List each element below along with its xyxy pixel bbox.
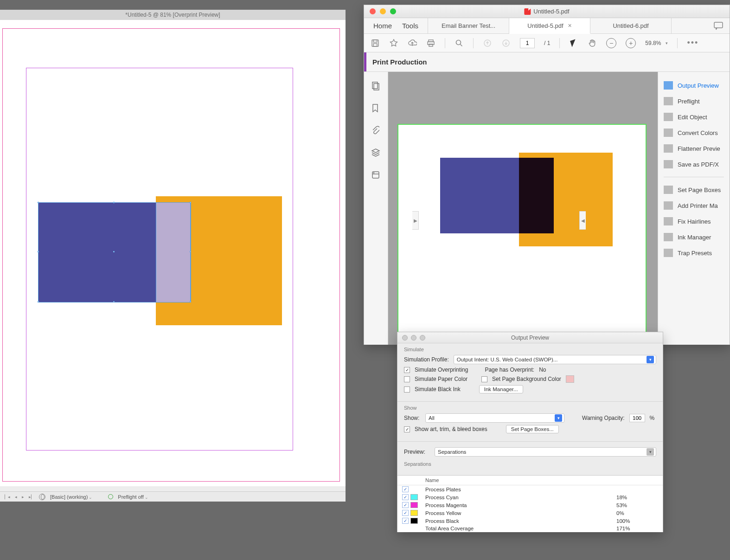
thumbnails-icon[interactable] xyxy=(371,81,381,91)
layers-icon[interactable] xyxy=(371,148,381,158)
panel-title: Output Preview xyxy=(511,335,549,341)
doc-tab-untitled5[interactable]: Untitled-5.pdf× xyxy=(509,18,590,34)
simulate-label: Simulate xyxy=(404,347,656,352)
preflight-status-icon[interactable] xyxy=(108,494,113,499)
search-icon[interactable] xyxy=(455,39,464,48)
show-select[interactable]: All▾ xyxy=(425,413,564,423)
page-with-bleed-border xyxy=(397,124,647,342)
separation-row[interactable]: Process Plates xyxy=(397,485,663,493)
comment-bubble-icon[interactable] xyxy=(707,18,730,33)
traffic-lights[interactable] xyxy=(364,8,396,14)
rr-set-page-boxes[interactable]: Set Page Boxes xyxy=(658,182,730,198)
zoom-in-button[interactable]: + xyxy=(626,38,636,48)
bookmark-icon[interactable] xyxy=(371,103,381,114)
rr-ink-manager[interactable]: Ink Manager xyxy=(658,229,730,245)
page-number-input[interactable] xyxy=(520,38,535,48)
close-tab-icon[interactable]: × xyxy=(568,22,572,29)
separation-checkbox[interactable] xyxy=(402,518,409,524)
acrobat-titlebar[interactable]: Untitled-5.pdf xyxy=(364,5,730,18)
star-icon[interactable] xyxy=(389,39,398,48)
rr-preflight[interactable]: Preflight xyxy=(658,93,730,109)
separation-row[interactable]: Process Magenta53% xyxy=(397,501,663,509)
separation-value: 53% xyxy=(616,502,658,508)
zoom-out-button[interactable]: − xyxy=(606,38,616,48)
globe-icon[interactable] xyxy=(39,494,45,500)
expand-right-rail-icon[interactable]: ◀ xyxy=(579,211,586,230)
next-page-icon[interactable]: ▸ xyxy=(22,495,24,499)
rr-edit-object[interactable]: Edit Object xyxy=(658,109,730,125)
separation-row[interactable]: Process Yellow0% xyxy=(397,509,663,517)
simulation-profile-select[interactable]: Output Intent: U.S. Web Coated (SWOP)...… xyxy=(454,355,656,364)
separation-checkbox[interactable] xyxy=(402,502,409,508)
prev-page-icon[interactable]: ◂ xyxy=(15,495,17,499)
document-viewport[interactable]: ▶ ◀ xyxy=(388,72,658,345)
more-tools-icon[interactable]: ••• xyxy=(687,38,698,48)
nav-tools[interactable]: Tools xyxy=(402,22,418,30)
page-up-icon[interactable] xyxy=(483,39,492,48)
separation-row[interactable]: Process Cyan18% xyxy=(397,493,663,501)
doc-tab-email-banner[interactable]: Email Banner Test... xyxy=(428,18,509,33)
bg-color-swatch[interactable] xyxy=(566,375,574,383)
panel-close-icon[interactable] xyxy=(402,335,408,341)
svg-rect-2 xyxy=(373,40,377,42)
preflight-dropdown[interactable]: Preflight off⌄ xyxy=(118,494,148,500)
print-icon[interactable] xyxy=(426,39,435,48)
preset-dropdown[interactable]: [Basic] (working)⌄ xyxy=(50,494,92,500)
show-boxes-checkbox[interactable] xyxy=(404,426,410,432)
separation-swatch xyxy=(410,510,418,516)
separation-value: 171% xyxy=(616,526,658,531)
separation-name: Process Yellow xyxy=(425,510,616,516)
save-icon[interactable] xyxy=(371,39,380,48)
simulate-paper-color-checkbox[interactable] xyxy=(404,376,410,382)
ink-manager-button[interactable]: Ink Manager... xyxy=(479,385,523,393)
save-pdfx-icon xyxy=(664,160,673,168)
cloud-icon[interactable] xyxy=(408,39,417,48)
indesign-status-bar: ▏◂ ◂ ▸ ▸▏ [Basic] (working)⌄ Preflight o… xyxy=(0,491,346,502)
svg-rect-0 xyxy=(714,22,723,28)
simulate-black-ink-checkbox[interactable] xyxy=(404,386,410,393)
separation-checkbox[interactable] xyxy=(402,494,409,500)
doc-tab-untitled6[interactable]: Untitled-6.pdf xyxy=(590,18,672,33)
panel-minimize-icon[interactable] xyxy=(411,335,416,341)
panel-zoom-icon[interactable] xyxy=(420,335,425,341)
separation-row[interactable]: Process Black100% xyxy=(397,517,663,525)
indesign-canvas[interactable] xyxy=(0,20,346,486)
tags-icon[interactable] xyxy=(371,170,381,180)
zoom-level-dropdown[interactable]: 59.8%▾ xyxy=(645,40,668,46)
rr-trap-presets[interactable]: Trap Presets xyxy=(658,245,730,261)
acrobat-body: ▶ ◀ Output Preview Preflight Edit Object… xyxy=(364,72,730,345)
minimize-window-icon[interactable] xyxy=(380,8,386,14)
nav-home[interactable]: Home xyxy=(373,22,392,30)
last-page-icon[interactable]: ▸▏ xyxy=(29,495,34,499)
rr-add-printer-marks[interactable]: Add Printer Ma xyxy=(658,198,730,213)
separation-checkbox[interactable] xyxy=(402,486,409,492)
first-page-icon[interactable]: ▏◂ xyxy=(5,495,10,499)
rr-save-pdfx[interactable]: Save as PDF/X xyxy=(658,156,730,172)
print-production-rail: Output Preview Preflight Edit Object Con… xyxy=(658,72,730,345)
zoom-window-icon[interactable] xyxy=(390,8,396,14)
svg-rect-10 xyxy=(372,82,378,89)
simulate-overprinting-checkbox[interactable] xyxy=(404,367,410,373)
page-down-icon[interactable] xyxy=(501,39,511,48)
rr-output-preview[interactable]: Output Preview xyxy=(658,77,730,93)
rr-convert-colors[interactable]: Convert Colors xyxy=(658,125,730,141)
attachment-icon[interactable] xyxy=(371,126,381,136)
set-bg-color-checkbox[interactable] xyxy=(481,376,487,382)
separation-row[interactable]: Total Area Coverage171% xyxy=(397,525,663,532)
close-window-icon[interactable] xyxy=(370,8,376,14)
output-preview-titlebar[interactable]: Output Preview xyxy=(397,332,663,343)
separation-swatch xyxy=(410,502,418,508)
page-overprint-overlap xyxy=(519,158,554,233)
select-tool-icon[interactable] xyxy=(569,39,578,48)
preview-select[interactable]: Separations▾ xyxy=(435,447,656,457)
output-preview-icon xyxy=(664,81,673,90)
warning-opacity-input[interactable] xyxy=(629,414,645,422)
rr-flattener[interactable]: Flattener Previe xyxy=(658,141,730,156)
expand-left-rail-icon[interactable]: ▶ xyxy=(412,211,419,230)
separation-checkbox[interactable] xyxy=(402,510,409,516)
hand-tool-icon[interactable] xyxy=(588,39,597,48)
output-preview-panel[interactable]: Output Preview Simulate Simulation Profi… xyxy=(397,332,663,532)
rr-fix-hairlines[interactable]: Fix Hairlines xyxy=(658,213,730,229)
page-boxes-icon xyxy=(664,186,673,194)
set-page-boxes-button[interactable]: Set Page Boxes... xyxy=(506,425,559,433)
